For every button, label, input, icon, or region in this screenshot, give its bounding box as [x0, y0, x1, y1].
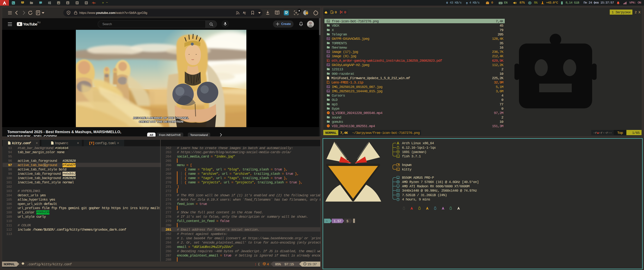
svg-text:B: B: [328, 60, 328, 61]
svg-text:CHECK OUT THE DESCRIPTION: CHECK OUT THE DESCRIPTION: [139, 120, 183, 123]
svg-text:BECOME A MEMBER OF THE CHANNEL: BECOME A MEMBER OF THE CHANNEL: [133, 116, 189, 119]
svg-text:x: x: [245, 11, 246, 13]
svg-text:A: A: [243, 11, 245, 14]
